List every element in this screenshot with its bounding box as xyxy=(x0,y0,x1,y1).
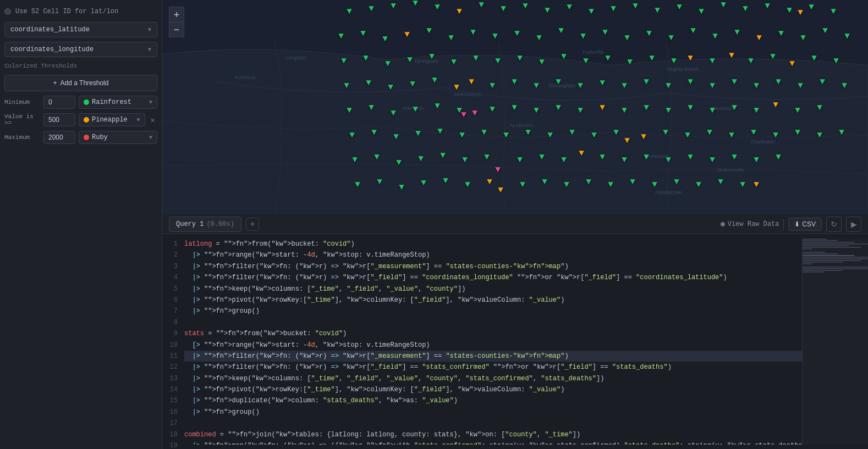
code-line xyxy=(184,418,802,429)
code-line: |> "">fn">map("kw">fn: ("kw">r) => ({"kw… xyxy=(184,440,802,445)
svg-text:ARKANSAS: ARKANSAS xyxy=(453,92,481,97)
threshold-value-chevron-icon: ▼ xyxy=(137,117,140,123)
query-tab-1[interactable]: Query 1 (0.00s) xyxy=(169,217,241,232)
code-line: |> "">fn">filter("kw">fn: ("kw">r) => "k… xyxy=(184,261,802,272)
svg-text:Birmingham: Birmingham xyxy=(549,83,576,88)
threshold-maximum-label: Maximum xyxy=(4,134,40,141)
pineapple-color-dot xyxy=(84,117,89,123)
threshold-maximum-color-label: Ruby xyxy=(92,134,108,141)
rainforest-color-dot xyxy=(84,99,89,105)
code-line: |> "">fn">range("kw">start: -4d, "kw">st… xyxy=(184,250,802,260)
code-line: |> "">fn">pivot("kw">rowKey:["_time"], "… xyxy=(184,295,802,306)
code-line: stats = "">fn">from("kw">bucket: "covid"… xyxy=(184,328,802,339)
code-line: |> "">fn">pivot("kw">rowKey:["_time"], "… xyxy=(184,384,802,395)
code-line: latlong = "">fn">from("kw">bucket: "covi… xyxy=(184,239,802,250)
svg-text:Charleston: Charleston xyxy=(750,139,774,145)
query-tabs-bar: Query 1 (0.00s) + View Raw Data ⬇ CSV ↻ … xyxy=(162,214,868,234)
minimap xyxy=(802,239,868,445)
s2-toggle-row[interactable]: Use S2 Cell ID for lat/lon xyxy=(4,5,157,18)
add-query-button[interactable]: + xyxy=(246,218,259,231)
code-line: [> "">fn">range("kw">start: -4d, "kw">st… xyxy=(184,340,802,351)
view-raw-data-button[interactable]: View Raw Data xyxy=(721,220,779,228)
ruby-color-dot xyxy=(84,135,89,140)
zoom-out-button[interactable]: − xyxy=(169,22,184,37)
s2-toggle-dot[interactable] xyxy=(4,8,11,15)
add-threshold-button[interactable]: + Add a Threshold xyxy=(4,75,157,91)
code-lines[interactable]: latlong = "">fn">from("kw">bucket: "covi… xyxy=(184,239,802,445)
threshold-value-close-button[interactable]: ✕ xyxy=(149,114,157,126)
extra-action-button[interactable]: ▶ xyxy=(846,217,861,232)
colorized-thresholds-label: Colorized Thresholds xyxy=(4,62,157,70)
threshold-minimum-input[interactable] xyxy=(43,96,75,109)
add-threshold-label: Add a Threshold xyxy=(61,79,109,87)
code-line: |> "">fn">duplicate("kw">column: "stats_… xyxy=(184,395,802,406)
view-raw-label: View Raw Data xyxy=(728,220,779,228)
code-line: |> "">fn">group() xyxy=(184,407,802,418)
code-line: |> "">fn">keep("kw">columns: ["_time", "… xyxy=(184,373,802,384)
s2-toggle-label: Use S2 Cell ID for lat/lon xyxy=(15,8,118,15)
threshold-minimum-label: Minimum xyxy=(4,99,40,106)
threshold-maximum-row: Maximum Ruby ▼ xyxy=(4,131,157,144)
code-line: |> "">fn">filter("kw">fn: ("kw">r) => "k… xyxy=(184,351,802,362)
svg-text:Springdale: Springdale xyxy=(414,58,438,64)
threshold-value-color-dropdown[interactable]: Pineapple ▼ xyxy=(79,113,145,126)
query-actions: View Raw Data ⬇ CSV ↻ ▶ xyxy=(721,217,861,232)
code-line: |> "">fn">group() xyxy=(184,306,802,317)
threshold-value-label: Value is >= xyxy=(4,113,40,126)
raw-dot-icon xyxy=(721,222,725,226)
threshold-value-row: Value is >= Pineapple ▼ ✕ xyxy=(4,113,157,126)
zoom-controls: + − xyxy=(169,7,184,37)
query-tab-label: Query 1 xyxy=(176,220,204,228)
threshold-maximum-color-dropdown[interactable]: Ruby ▼ xyxy=(79,131,157,144)
threshold-minimum-chevron-icon: ▼ xyxy=(149,99,152,106)
lat-chevron-icon: ▼ xyxy=(148,27,151,33)
threshold-value-input[interactable] xyxy=(43,113,75,126)
threshold-minimum-row: Minimum Rainforest ▼ xyxy=(4,96,157,109)
threshold-minimum-color-dropdown[interactable]: Rainforest ▼ xyxy=(79,96,157,109)
code-line: |> "">fn">filter("kw">fn: ("kw">r) => "k… xyxy=(184,272,802,283)
csv-download-button[interactable]: ⬇ CSV xyxy=(788,218,822,231)
csv-label: CSV xyxy=(802,220,816,228)
threshold-minimum-color-label: Rainforest xyxy=(92,98,131,106)
threshold-maximum-input[interactable] xyxy=(43,131,75,144)
line-numbers: 12345678910111213141516171819202122 xyxy=(162,239,184,445)
query-tab-time: (0.00s) xyxy=(206,220,234,228)
threshold-value-color-label: Pineapple xyxy=(92,116,128,124)
code-line: |> "">fn">filter("kw">fn: ("kw">r) => "k… xyxy=(184,362,802,373)
code-line: combined = "">fn">join("kw">tables: {lat… xyxy=(184,429,802,440)
lat-dropdown[interactable]: coordinates_latitude ▼ xyxy=(4,22,157,37)
map-area: KANSAS ARKANSAS ALABAMA Virginia Beach T… xyxy=(162,0,868,214)
query-panel: Query 1 (0.00s) + View Raw Data ⬇ CSV ↻ … xyxy=(162,214,868,449)
svg-text:KANSAS: KANSAS xyxy=(235,75,255,80)
threshold-maximum-chevron-icon: ▼ xyxy=(149,135,152,141)
lon-dropdown-value: coordinates_longitude xyxy=(10,46,94,53)
lat-dropdown-value: coordinates_latitude xyxy=(10,26,90,34)
code-line xyxy=(184,317,802,328)
download-icon: ⬇ xyxy=(794,220,800,228)
main-content: KANSAS ARKANSAS ALABAMA Virginia Beach T… xyxy=(162,0,868,449)
code-editor: 12345678910111213141516171819202122 latl… xyxy=(162,234,868,449)
svg-text:Appalachee: Appalachee xyxy=(655,190,682,195)
lon-chevron-icon: ▼ xyxy=(148,47,151,53)
svg-text:Virginia Beach: Virginia Beach xyxy=(666,66,699,72)
sidebar: Use S2 Cell ID for lat/lon coordinates_l… xyxy=(0,0,162,449)
code-line: |> "">fn">keep("kw">columns: ["_time", "… xyxy=(184,284,802,295)
refresh-button[interactable]: ↻ xyxy=(826,217,842,232)
svg-text:Langston: Langston xyxy=(285,55,306,60)
plus-icon: + xyxy=(53,79,57,87)
lon-dropdown[interactable]: coordinates_longitude ▼ xyxy=(4,42,157,57)
svg-text:Jacksonville: Jacksonville xyxy=(717,167,744,173)
divider xyxy=(783,219,784,230)
zoom-in-button[interactable]: + xyxy=(169,7,184,22)
svg-text:Tuntsville: Tuntsville xyxy=(583,49,603,55)
